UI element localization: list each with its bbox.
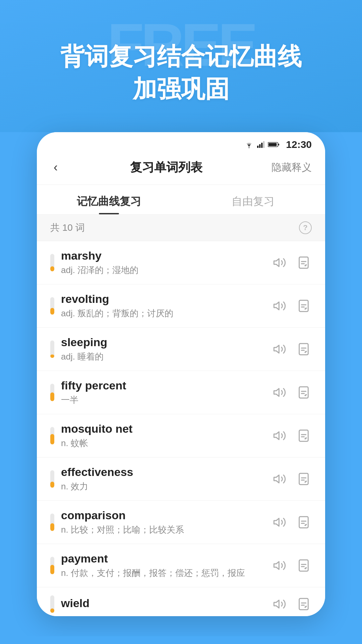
wifi-icon <box>244 141 254 148</box>
list-item: fifty percent 一半 <box>37 371 325 414</box>
memory-indicator <box>50 297 54 315</box>
memory-indicator <box>50 557 54 574</box>
word-chinese: n. 蚊帐 <box>61 437 265 449</box>
word-actions <box>272 514 312 530</box>
word-content: sleeping adj. 睡着的 <box>61 336 265 363</box>
word-actions <box>272 298 312 314</box>
note-button[interactable] <box>296 255 312 271</box>
svg-rect-9 <box>299 257 308 268</box>
word-english: comparison <box>61 509 265 522</box>
svg-rect-1 <box>257 146 258 148</box>
signal-icon <box>257 141 264 148</box>
word-actions <box>272 557 312 574</box>
svg-rect-41 <box>299 599 308 610</box>
note-button[interactable] <box>296 471 312 487</box>
memory-indicator <box>50 254 54 271</box>
word-content: payment n. 付款，支付；报酬，报答；偿还；惩罚，报应 <box>61 552 265 579</box>
word-english: effectiveness <box>61 466 265 479</box>
word-english: wield <box>61 597 265 610</box>
audio-button[interactable] <box>272 255 288 271</box>
list-item: wield <box>37 587 325 616</box>
memory-indicator <box>50 384 54 401</box>
word-chinese: n. 效力 <box>61 481 265 492</box>
svg-rect-17 <box>299 344 308 355</box>
word-content: comparison n. 比较；对照；比喻；比较关系 <box>61 509 265 536</box>
svg-marker-20 <box>274 389 279 396</box>
svg-marker-16 <box>274 345 279 353</box>
word-actions <box>272 341 312 357</box>
word-chinese: 一半 <box>61 394 265 406</box>
tab-memory-curve[interactable]: 记忆曲线复习 <box>37 185 181 214</box>
word-chinese: adj. 叛乱的；背叛的；讨厌的 <box>61 308 265 319</box>
nav-title: 复习单词列表 <box>130 159 202 176</box>
header-section: FREE 背词复习结合记忆曲线 加强巩固 <box>0 0 362 132</box>
word-content: marshy adj. 沼泽的；湿地的 <box>61 249 265 276</box>
word-content: wield <box>61 597 265 612</box>
status-icons: 12:30 <box>244 139 312 150</box>
audio-button[interactable] <box>272 514 288 530</box>
list-item: marshy adj. 沼泽的；湿地的 <box>37 241 325 284</box>
svg-rect-25 <box>299 430 308 441</box>
list-item: comparison n. 比较；对照；比喻；比较关系 <box>37 501 325 544</box>
word-actions <box>272 428 312 444</box>
audio-button[interactable] <box>272 384 288 400</box>
svg-rect-37 <box>299 560 308 571</box>
audio-button[interactable] <box>272 298 288 314</box>
audio-button[interactable] <box>272 471 288 487</box>
word-english: mosquito net <box>61 422 265 435</box>
memory-indicator <box>50 340 54 358</box>
memory-indicator <box>50 595 54 613</box>
note-button[interactable] <box>296 557 312 574</box>
word-english: payment <box>61 552 265 565</box>
audio-button[interactable] <box>272 341 288 357</box>
word-actions <box>272 471 312 487</box>
tabs-container: 记忆曲线复习 自由复习 <box>37 185 325 215</box>
word-content: revolting adj. 叛乱的；背叛的；讨厌的 <box>61 292 265 319</box>
word-actions <box>272 596 312 612</box>
word-chinese: adj. 沼泽的；湿地的 <box>61 264 265 276</box>
note-button[interactable] <box>296 596 312 612</box>
svg-rect-6 <box>268 143 277 146</box>
word-english: fifty percent <box>61 379 265 392</box>
list-item: effectiveness n. 效力 <box>37 458 325 501</box>
word-count-bar: 共 10 词 ? <box>37 215 325 241</box>
svg-rect-21 <box>299 387 308 398</box>
memory-indicator <box>50 514 54 531</box>
list-item: revolting adj. 叛乱的；背叛的；讨厌的 <box>37 284 325 328</box>
memory-indicator <box>50 427 54 444</box>
svg-rect-3 <box>261 143 262 148</box>
svg-rect-29 <box>299 474 308 485</box>
status-bar: 12:30 <box>37 132 325 154</box>
word-chinese: n. 付款，支付；报酬，报答；偿还；惩罚，报应 <box>61 567 265 579</box>
battery-icon <box>268 142 279 148</box>
status-time: 12:30 <box>286 139 312 150</box>
note-button[interactable] <box>296 341 312 357</box>
svg-marker-28 <box>274 475 279 483</box>
audio-button[interactable] <box>272 428 288 444</box>
tab-free-review[interactable]: 自由复习 <box>181 185 325 214</box>
svg-rect-4 <box>263 141 264 148</box>
note-button[interactable] <box>296 428 312 444</box>
phone-mockup: 12:30 ‹ 复习单词列表 隐藏释义 记忆曲线复习 自由复习 共 10 词 ?… <box>37 132 325 616</box>
hide-meaning-button[interactable]: 隐藏释义 <box>272 161 312 174</box>
memory-indicator <box>50 470 54 488</box>
svg-rect-33 <box>299 517 308 528</box>
svg-point-0 <box>249 147 250 148</box>
audio-button[interactable] <box>272 596 288 612</box>
audio-button[interactable] <box>272 557 288 574</box>
note-button[interactable] <box>296 384 312 400</box>
note-button[interactable] <box>296 298 312 314</box>
nav-bar: ‹ 复习单词列表 隐藏释义 <box>37 154 325 185</box>
note-button[interactable] <box>296 514 312 530</box>
word-actions <box>272 255 312 271</box>
word-content: effectiveness n. 效力 <box>61 466 265 492</box>
back-button[interactable]: ‹ <box>50 157 61 178</box>
help-icon[interactable]: ? <box>299 221 312 234</box>
svg-marker-8 <box>274 259 279 267</box>
svg-marker-32 <box>274 519 279 526</box>
svg-rect-2 <box>259 144 260 148</box>
svg-marker-36 <box>274 562 279 570</box>
list-item: payment n. 付款，支付；报酬，报答；偿还；惩罚，报应 <box>37 544 325 587</box>
word-content: mosquito net n. 蚊帐 <box>61 422 265 449</box>
word-content: fifty percent 一半 <box>61 379 265 406</box>
